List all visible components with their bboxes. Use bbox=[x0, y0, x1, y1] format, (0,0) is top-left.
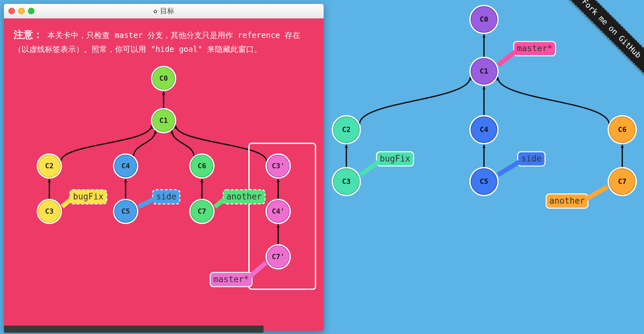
commit-label: C2 bbox=[342, 125, 351, 134]
titlebar[interactable]: ✿ 目标 bbox=[4, 4, 324, 18]
notice-body: 本关卡中，只检查 master 分支，其他分支只是用作 reference 存在… bbox=[14, 31, 300, 54]
commit-C7p[interactable]: C7' bbox=[266, 244, 291, 269]
edge bbox=[133, 131, 155, 157]
commit-label: C3' bbox=[272, 162, 285, 170]
branch-pointer bbox=[498, 162, 519, 175]
commit-C3[interactable]: C3 bbox=[332, 167, 361, 196]
commit-C3p[interactable]: C3' bbox=[266, 153, 291, 179]
commit-label: C3 bbox=[342, 177, 351, 185]
commit-C0[interactable]: C0 bbox=[469, 5, 499, 34]
commit-label: C4' bbox=[272, 207, 285, 215]
branch-label: bugFix bbox=[73, 192, 104, 201]
branch-pointer bbox=[360, 162, 378, 175]
branch-another[interactable]: another bbox=[546, 187, 608, 208]
commit-C4[interactable]: C4 bbox=[113, 153, 138, 179]
commit-label: C1 bbox=[480, 67, 489, 75]
branch-another[interactable]: another bbox=[215, 190, 265, 207]
commit-C7[interactable]: C7 bbox=[608, 167, 637, 196]
commit-label: C6 bbox=[618, 125, 627, 134]
branch-master[interactable]: master* bbox=[498, 42, 556, 65]
branch-label: master* bbox=[517, 43, 552, 53]
edge bbox=[172, 131, 194, 157]
commit-label: C5 bbox=[121, 207, 130, 215]
branch-label: side bbox=[156, 192, 177, 201]
gear-icon: ✿ bbox=[153, 7, 157, 15]
commit-C6[interactable]: C6 bbox=[189, 153, 215, 179]
commit-label: C4 bbox=[121, 162, 130, 170]
commit-label: C6 bbox=[198, 162, 206, 170]
commit-C2[interactable]: C2 bbox=[332, 115, 361, 144]
branch-pointer bbox=[62, 199, 71, 207]
branch-label: master* bbox=[213, 274, 249, 284]
branch-pointer bbox=[587, 187, 608, 199]
commit-C1[interactable]: C1 bbox=[151, 108, 176, 133]
commit-label: C3 bbox=[45, 207, 54, 215]
notice-text: 注意： 本关卡中，只检查 master 分支，其他分支只是用作 referenc… bbox=[4, 18, 324, 64]
commit-C5[interactable]: C5 bbox=[469, 167, 499, 196]
branch-pointer bbox=[139, 199, 154, 207]
branch-pointer bbox=[498, 52, 515, 65]
app-stage: ✿ 目标 注意： 本关卡中，只检查 master 分支，其他分支只是用作 ref… bbox=[0, 0, 644, 334]
goal-tree: C0C1C2C4C6C3'C3C5C7C4'C7'bugFixsideanoth… bbox=[4, 59, 324, 331]
edge bbox=[61, 125, 152, 161]
branch-pointer bbox=[215, 199, 224, 207]
edge bbox=[360, 77, 470, 124]
commit-C4p[interactable]: C4' bbox=[266, 199, 291, 224]
branch-label: bugFix bbox=[380, 154, 410, 163]
commit-label: C2 bbox=[45, 162, 54, 170]
branch-label: another bbox=[226, 192, 262, 201]
edge bbox=[498, 77, 609, 124]
commit-label: C0 bbox=[159, 74, 168, 82]
goal-window[interactable]: ✿ 目标 注意： 本关卡中，只检查 master 分支，其他分支只是用作 ref… bbox=[4, 4, 324, 331]
working-tree: C0C1C2C4C6C3C5C7master*bugFixsideanother bbox=[324, 0, 644, 334]
branch-pointer bbox=[250, 263, 266, 276]
commit-label: C5 bbox=[480, 177, 489, 185]
commit-C6[interactable]: C6 bbox=[608, 115, 637, 144]
commit-C1[interactable]: C1 bbox=[469, 57, 499, 86]
window-title-text: 目标 bbox=[160, 6, 174, 16]
terminal-bar[interactable] bbox=[4, 326, 264, 333]
commit-C2[interactable]: C2 bbox=[37, 153, 62, 179]
branch-master[interactable]: master* bbox=[210, 263, 266, 287]
commit-C3[interactable]: C3 bbox=[37, 199, 62, 224]
branch-bugFix[interactable]: bugFix bbox=[62, 190, 107, 207]
notice-label: 注意： bbox=[14, 29, 43, 40]
commit-C5[interactable]: C5 bbox=[113, 199, 138, 224]
commit-C0[interactable]: C0 bbox=[151, 66, 176, 91]
commit-label: C1 bbox=[159, 116, 168, 125]
branch-label: another bbox=[549, 196, 585, 206]
commit-label: C7 bbox=[618, 177, 627, 185]
window-title: ✿ 目标 bbox=[4, 4, 324, 18]
commit-label: C4 bbox=[480, 125, 489, 134]
branch-side[interactable]: side bbox=[139, 190, 180, 207]
branch-side[interactable]: side bbox=[498, 152, 545, 175]
commit-label: C7 bbox=[198, 207, 206, 215]
branch-bugFix[interactable]: bugFix bbox=[360, 152, 414, 175]
commit-C4[interactable]: C4 bbox=[469, 115, 499, 144]
branch-label: side bbox=[521, 154, 542, 163]
commit-label: C7' bbox=[272, 253, 285, 261]
commit-label: C0 bbox=[480, 15, 489, 23]
commit-C7[interactable]: C7 bbox=[189, 199, 215, 224]
